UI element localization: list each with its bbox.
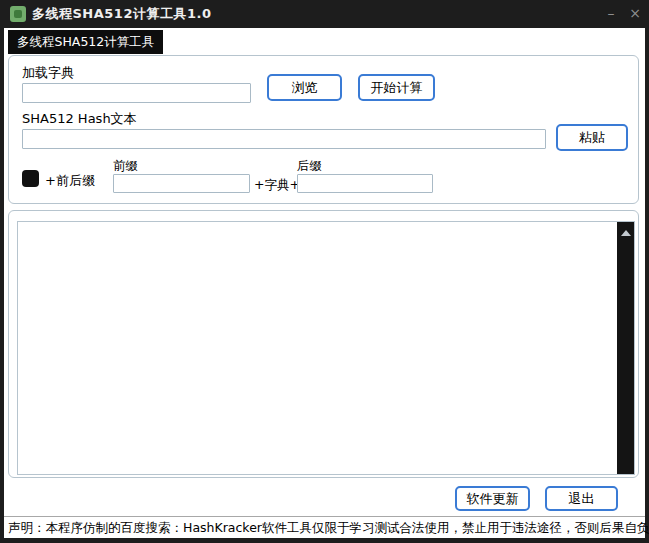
window-title: 多线程SHA512计算工具1.0 <box>32 0 211 28</box>
dictionary-label: 加载字典 <box>22 64 74 82</box>
prefix-label: 前缀 <box>113 158 138 175</box>
affix-checkbox[interactable] <box>22 170 39 187</box>
dictionary-path-input[interactable] <box>22 83 251 103</box>
browse-button[interactable]: 浏览 <box>267 74 342 101</box>
prefix-input[interactable] <box>113 174 250 193</box>
affix-checkbox-label: +前后缀 <box>45 172 95 190</box>
suffix-label: 后缀 <box>297 158 322 175</box>
scroll-up-icon[interactable] <box>621 230 631 236</box>
start-calculation-button[interactable]: 开始计算 <box>358 74 435 101</box>
hash-label: SHA512 Hash文本 <box>22 110 137 128</box>
result-output[interactable] <box>17 221 635 475</box>
exit-button[interactable]: 退出 <box>545 486 618 511</box>
app-icon <box>10 6 26 22</box>
paste-button[interactable]: 粘贴 <box>556 124 628 151</box>
app-window: 多线程SHA512计算工具1.0 – × 多线程SHA512计算工具 加载字典 … <box>0 0 649 543</box>
close-button[interactable]: × <box>621 0 649 28</box>
tab-sha512-tool[interactable]: 多线程SHA512计算工具 <box>8 30 163 54</box>
statusbar-divider <box>4 516 645 517</box>
titlebar[interactable]: 多线程SHA512计算工具1.0 – × <box>0 0 649 28</box>
software-update-button[interactable]: 软件更新 <box>455 486 530 511</box>
suffix-input[interactable] <box>297 174 433 193</box>
dict-separator-label: +字典+ <box>254 177 300 194</box>
hash-text-input[interactable] <box>22 129 546 149</box>
vertical-scrollbar[interactable] <box>617 222 634 474</box>
disclaimer-text: 声明：本程序仿制的百度搜索：HashKracker软件工具仅限于学习测试合法使用… <box>8 520 643 537</box>
